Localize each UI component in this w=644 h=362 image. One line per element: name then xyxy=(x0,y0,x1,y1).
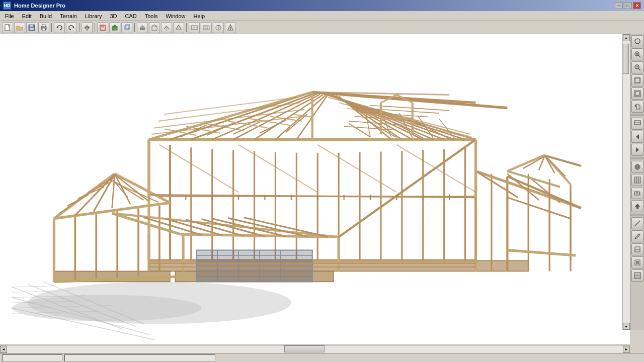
rp-mode-2[interactable] xyxy=(631,256,643,268)
separator-5 xyxy=(186,23,187,32)
rp-view-prev[interactable] xyxy=(631,131,643,143)
scroll-track-horizontal[interactable] xyxy=(7,345,623,353)
canvas-area[interactable] xyxy=(0,34,630,344)
separator-3 xyxy=(95,23,95,32)
rp-mode-1[interactable] xyxy=(631,243,643,255)
rp-full-view[interactable] xyxy=(631,87,643,100)
view-btn-7[interactable] xyxy=(213,22,224,33)
minimize-button[interactable]: ─ xyxy=(615,2,623,9)
rp-grid-view[interactable] xyxy=(631,174,643,186)
svg-marker-282 xyxy=(636,147,639,152)
new-button[interactable] xyxy=(2,22,13,33)
scroll-track-vertical[interactable] xyxy=(623,41,630,323)
rp-hand-tool[interactable] xyxy=(631,101,643,113)
menu-library[interactable]: Library xyxy=(81,12,106,20)
separator-2 xyxy=(79,23,79,32)
svg-marker-18 xyxy=(112,25,117,27)
close-button[interactable]: ✕ xyxy=(633,2,641,9)
svg-rect-2 xyxy=(30,25,33,27)
right-panel-tools xyxy=(630,34,644,330)
separator-4 xyxy=(134,23,135,32)
view-btn-2[interactable] xyxy=(149,22,160,33)
menu-cad[interactable]: CAD xyxy=(121,12,140,20)
menu-edit[interactable]: Edit xyxy=(18,12,36,20)
toolbar-row-1 xyxy=(0,21,644,34)
rp-view-mode-1[interactable] xyxy=(631,118,643,130)
view-btn-4[interactable] xyxy=(173,22,184,33)
svg-point-10 xyxy=(87,27,88,28)
svg-rect-33 xyxy=(205,27,208,29)
elevation-button[interactable] xyxy=(109,22,120,33)
rp-floor-cam[interactable] xyxy=(631,187,643,199)
svg-point-264 xyxy=(635,39,640,44)
svg-marker-25 xyxy=(140,25,145,28)
menu-build[interactable]: Build xyxy=(36,12,56,20)
view-btn-1[interactable] xyxy=(137,22,148,33)
scroll-thumb-horizontal[interactable] xyxy=(284,345,325,352)
menu-help[interactable]: Help xyxy=(190,12,209,20)
horizontal-scrollbar[interactable]: ◄ ► xyxy=(0,345,630,353)
svg-rect-5 xyxy=(42,25,45,27)
view-btn-8[interactable] xyxy=(225,22,236,33)
camera-button[interactable] xyxy=(82,22,93,33)
svg-rect-278 xyxy=(635,92,639,96)
svg-marker-294 xyxy=(635,204,640,209)
scroll-right-arrow[interactable]: ► xyxy=(623,346,630,353)
scroll-up-arrow[interactable]: ▲ xyxy=(623,34,630,41)
scroll-down-arrow[interactable]: ▼ xyxy=(623,323,630,330)
menu-terrain[interactable]: Terrain xyxy=(56,12,81,20)
svg-rect-285 xyxy=(634,177,640,183)
redo-button[interactable] xyxy=(66,22,77,33)
view-btn-3[interactable] xyxy=(161,22,172,33)
menubar: File Edit Build Terrain Library 3D CAD T… xyxy=(0,11,644,21)
svg-rect-272 xyxy=(635,78,640,83)
svg-point-38 xyxy=(230,29,231,30)
svg-rect-6 xyxy=(42,28,45,31)
svg-rect-26 xyxy=(152,26,157,30)
rp-zoom-circle[interactable] xyxy=(631,35,643,47)
svg-rect-15 xyxy=(100,25,105,30)
rp-draw-line[interactable] xyxy=(631,217,643,229)
floorplan-button[interactable] xyxy=(97,22,108,33)
rp-zoom-out[interactable] xyxy=(631,61,643,73)
svg-rect-32 xyxy=(203,26,209,30)
menu-file[interactable]: File xyxy=(1,12,18,20)
svg-line-295 xyxy=(635,221,640,226)
rp-zoom-in[interactable] xyxy=(631,48,643,60)
svg-line-266 xyxy=(638,55,640,57)
statusbar xyxy=(0,353,644,362)
status-middle xyxy=(64,354,215,361)
svg-point-293 xyxy=(636,192,638,194)
rp-sphere[interactable] xyxy=(631,161,643,173)
status-left xyxy=(2,354,62,361)
undo-button[interactable] xyxy=(54,22,65,33)
print-button[interactable] xyxy=(38,22,49,33)
rp-pencil[interactable] xyxy=(631,230,643,242)
rp-mode-3[interactable] xyxy=(631,269,643,282)
menu-3d[interactable]: 3D xyxy=(106,12,121,20)
rp-fit-view[interactable] xyxy=(631,74,643,86)
svg-rect-3 xyxy=(30,28,34,30)
maximize-button[interactable]: □ xyxy=(624,2,632,9)
vertical-scrollbar[interactable]: ▲ ▼ xyxy=(622,34,630,330)
open-button[interactable] xyxy=(14,22,25,33)
3d-button[interactable] xyxy=(121,22,132,33)
svg-marker-281 xyxy=(636,134,639,139)
menu-tools[interactable]: Tools xyxy=(141,12,162,20)
save-button[interactable] xyxy=(26,22,37,33)
svg-rect-19 xyxy=(125,26,129,30)
rp-view-next[interactable] xyxy=(631,144,643,156)
menu-window[interactable]: Window xyxy=(162,12,189,20)
rp-view-up[interactable] xyxy=(631,200,643,212)
titlebar: HD Home Designer Pro ─ □ ✕ xyxy=(0,0,644,11)
view-btn-6[interactable] xyxy=(201,22,212,33)
rp-separator-2 xyxy=(630,157,644,159)
rp-separator-1 xyxy=(630,114,644,116)
svg-line-270 xyxy=(638,68,640,70)
scroll-left-arrow[interactable]: ◄ xyxy=(0,346,7,353)
scroll-thumb-vertical[interactable] xyxy=(623,44,629,74)
view-btn-5[interactable] xyxy=(189,22,200,33)
rp-separator-3 xyxy=(630,214,644,216)
house-3d-view xyxy=(0,34,630,344)
separator-1 xyxy=(51,23,52,32)
